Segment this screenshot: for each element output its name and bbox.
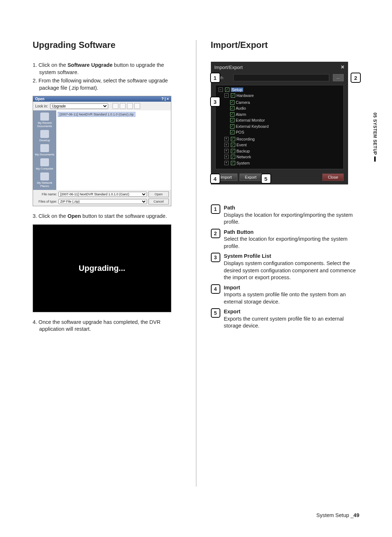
profile-tree[interactable]: − ✓ Setup − ✓ Hardware ✓Camera (215, 85, 344, 169)
step-4: 4. Once the software upgrade has complet… (33, 319, 181, 333)
place-desktop[interactable]: Desktop (34, 130, 55, 142)
def-profile-list: 3 System Profile ListDisplays system con… (211, 253, 360, 281)
section-tab: 05 SYSTEM SETUP (372, 113, 377, 162)
heading-upgrading: Upgrading Software (33, 40, 181, 50)
file-item[interactable]: [2007-06-11] NextDVR Standard 1.0.1.0 (G… (58, 112, 135, 117)
def-export: 5 ExportExports the current system profi… (211, 308, 360, 330)
tree-item[interactable]: External Keyboard (236, 123, 269, 130)
places-bar: My Recent Documents Desktop My Documents… (33, 110, 56, 190)
step-1: 1. Click on the Software Upgrade button … (33, 62, 181, 76)
window-buttons[interactable]: ? | × (162, 97, 169, 101)
checkbox-icon[interactable]: ✓ (225, 88, 229, 92)
callout-4: 4 (210, 174, 220, 184)
import-export-panel: Import/Export × Path ... − ✓ Setup (211, 62, 348, 184)
place-network[interactable]: My Network Places (34, 172, 55, 188)
tree-item[interactable]: System (237, 160, 250, 166)
expander-icon[interactable]: − (219, 88, 223, 92)
cancel-button[interactable]: Cancel (148, 199, 169, 204)
callout-3: 3 (210, 97, 220, 107)
checkbox-icon[interactable]: ✓ (230, 118, 234, 122)
expander-icon[interactable]: + (224, 161, 229, 165)
up-icon[interactable] (120, 103, 126, 109)
tree-item[interactable]: External Monitor (236, 117, 265, 123)
checkbox-icon[interactable]: ✓ (230, 130, 234, 134)
open-dialog: Open ? | × Look in: Upgrade (33, 96, 171, 206)
expander-icon[interactable]: + (224, 137, 229, 141)
expander-icon[interactable]: + (224, 149, 229, 153)
def-import: 4 ImportImports a system profile file on… (211, 284, 360, 306)
tree-item[interactable]: Audio (236, 105, 246, 111)
open-dialog-titlebar: Open ? | × (33, 96, 171, 102)
step-3: 3. Click on the Open button to start the… (33, 213, 181, 220)
callout-1: 1 (210, 73, 220, 83)
checkbox-icon[interactable]: ✓ (230, 124, 234, 129)
close-button[interactable]: Close (322, 174, 343, 181)
heading-import-export: Import/Export (211, 40, 360, 50)
checkbox-icon[interactable]: ✓ (231, 137, 235, 141)
def-path-button: 2 Path ButtonSelect the location for exp… (211, 229, 360, 250)
checkbox-icon[interactable]: ✓ (231, 143, 235, 147)
callout-5: 5 (261, 174, 271, 184)
expander-icon[interactable]: − (224, 93, 229, 98)
tree-item[interactable]: Network (237, 154, 251, 160)
tree-item[interactable]: Recording (237, 136, 255, 142)
export-button[interactable]: Export (240, 174, 262, 181)
callout-2: 2 (351, 73, 361, 83)
right-column: Import/Export 1 2 3 4 5 Import/Export × … (211, 40, 360, 487)
checkbox-icon[interactable]: ✓ (230, 106, 234, 110)
checkbox-icon[interactable]: ✓ (231, 93, 235, 98)
filetype-select[interactable]: ZIP File (.zip) (58, 199, 147, 204)
checkbox-icon[interactable]: ✓ (231, 161, 235, 165)
tree-item[interactable]: Event (237, 142, 247, 148)
look-in-label: Look in: (35, 104, 48, 108)
place-recent[interactable]: My Recent Documents (34, 113, 55, 128)
definitions: 1 PathDisplays the location for exportin… (211, 204, 360, 330)
look-in-select[interactable]: Upgrade (50, 103, 108, 109)
tree-item[interactable]: Hardware (237, 93, 254, 99)
tree-item[interactable]: Camera (236, 99, 250, 106)
tree-item[interactable]: Backup (237, 148, 250, 154)
tree-item[interactable]: POS (236, 129, 244, 135)
expander-icon[interactable]: + (224, 155, 229, 159)
column-divider (196, 40, 196, 487)
file-list[interactable]: [2007-06-11] NextDVR Standard 1.0.1.0 (G… (56, 110, 171, 190)
path-browse-button[interactable]: ... (333, 74, 344, 81)
checkbox-icon[interactable]: ✓ (231, 155, 235, 159)
new-folder-icon[interactable] (127, 103, 133, 109)
view-menu-icon[interactable] (134, 103, 140, 109)
filetype-label: Files of type: (35, 200, 57, 203)
step-2: 2. From the following window, select the… (33, 77, 181, 91)
page-footer: System Setup _49 (317, 512, 360, 518)
filename-label: File name: (35, 192, 57, 196)
open-button[interactable]: Open (148, 191, 169, 197)
panel-title: Import/Export (215, 65, 243, 70)
place-mycomputer[interactable]: My Computer (34, 158, 55, 170)
path-input[interactable] (233, 74, 329, 81)
upgrading-screen: Upgrading... (33, 224, 171, 312)
filename-input[interactable]: [2007-06-11] NextDVR Standard 1.0.1.0 (G… (58, 192, 147, 197)
tree-root-label[interactable]: Setup (231, 88, 244, 92)
place-mydocs[interactable]: My Documents (34, 144, 55, 156)
close-icon[interactable]: × (341, 64, 344, 70)
checkbox-icon[interactable]: ✓ (230, 112, 234, 117)
def-path: 1 PathDisplays the location for exportin… (211, 204, 360, 226)
expander-icon[interactable]: + (224, 143, 229, 147)
checkbox-icon[interactable]: ✓ (230, 100, 234, 105)
checkbox-icon[interactable]: ✓ (231, 149, 235, 153)
back-icon[interactable] (113, 103, 118, 109)
tree-item[interactable]: Alarm (236, 111, 246, 118)
left-column: Upgrading Software 1. Click on the Softw… (33, 40, 181, 487)
